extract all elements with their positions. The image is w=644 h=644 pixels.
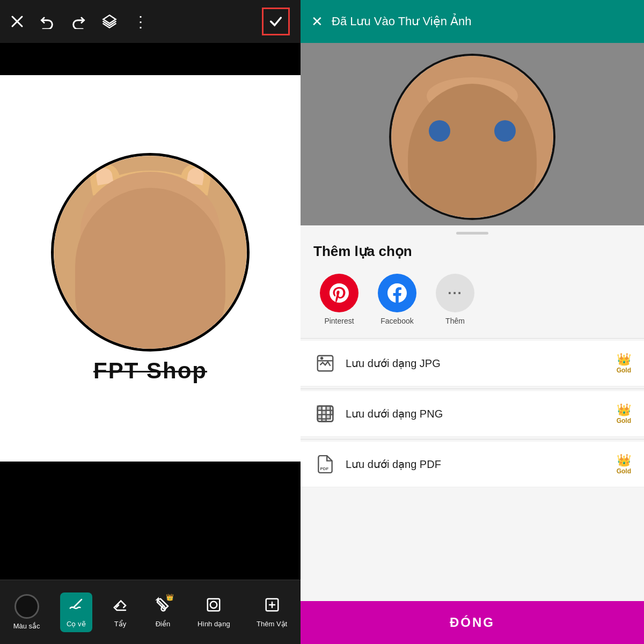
- svg-point-7: [321, 357, 323, 359]
- tool-hinh-dang[interactable]: Hình dạng: [191, 592, 237, 632]
- tool-them-vat-label: Thêm Vật: [257, 620, 287, 628]
- cat-circle: [51, 153, 250, 352]
- share-facebook[interactable]: Facebook: [378, 274, 416, 325]
- svg-point-4: [210, 601, 217, 608]
- cat-face: [54, 156, 247, 349]
- tool-tay[interactable]: Tẩy: [106, 592, 135, 632]
- png-gold-badge: 👑 Gold: [617, 403, 631, 425]
- canvas-text: FPT Shop: [93, 358, 207, 384]
- canvas-area: FPT Shop: [0, 75, 301, 462]
- canvas-top-black: [0, 43, 301, 75]
- svg-text:PDF: PDF: [320, 466, 329, 471]
- facebook-icon: [378, 274, 416, 312]
- more-icon: ···: [436, 274, 474, 312]
- save-png-text: Lưu dưới dạng PNG: [346, 407, 617, 420]
- divider-2: [301, 389, 644, 389]
- divider-1: [301, 338, 644, 339]
- svg-rect-3: [208, 598, 220, 611]
- right-header: ✕ Đã Lưu Vào Thư Viện Ảnh: [301, 0, 644, 43]
- undo-icon[interactable]: [40, 14, 55, 29]
- save-pdf-option[interactable]: PDF Lưu dưới dạng PDF 👑 Gold: [301, 442, 644, 487]
- more-label: Thêm: [445, 317, 465, 325]
- close-icon[interactable]: [11, 15, 24, 28]
- dong-button[interactable]: ĐÓNG: [301, 601, 644, 644]
- dong-label: ĐÓNG: [450, 615, 495, 630]
- tool-co-ve[interactable]: Cọ vẽ: [60, 592, 92, 632]
- tool-mau-sac-label: Màu sắc: [13, 622, 40, 630]
- pinterest-icon: [320, 274, 358, 312]
- save-pdf-text: Lưu dưới dạng PDF: [346, 458, 617, 471]
- png-icon: [313, 402, 337, 426]
- pdf-gold-badge: 👑 Gold: [617, 453, 631, 475]
- svg-rect-11: [322, 411, 326, 415]
- eraser-icon: [112, 597, 128, 617]
- share-pinterest[interactable]: Pinterest: [320, 274, 358, 325]
- pdf-icon: PDF: [313, 452, 337, 476]
- preview-cat-inner: [391, 56, 553, 218]
- fill-icon: 👑: [155, 597, 171, 617]
- cat-body: [75, 188, 225, 349]
- share-more[interactable]: ··· Thêm: [436, 274, 474, 325]
- left-panel: ⋮: [0, 0, 301, 644]
- tool-dien[interactable]: 👑 Điền: [148, 592, 177, 632]
- right-panel: ✕ Đã Lưu Vào Thư Viện Ảnh Thêm lựa chọn …: [301, 0, 644, 644]
- brush-icon: [68, 597, 84, 617]
- svg-rect-6: [318, 356, 333, 371]
- right-close-icon[interactable]: ✕: [311, 13, 323, 30]
- canvas-bottom-black: [0, 462, 301, 580]
- saved-title: Đã Lưu Vào Thư Viện Ảnh: [332, 14, 471, 28]
- left-toolbar: ⋮: [0, 0, 301, 43]
- tool-tay-label: Tẩy: [114, 620, 126, 628]
- redo-icon[interactable]: [71, 14, 86, 29]
- facebook-label: Facebook: [380, 317, 413, 325]
- layers-icon[interactable]: [102, 14, 117, 29]
- share-row: Pinterest Facebook ··· Thêm: [301, 265, 644, 336]
- cat-image: FPT Shop: [38, 140, 263, 397]
- tool-hinh-dang-label: Hình dạng: [197, 620, 230, 628]
- jpg-gold-badge: 👑 Gold: [617, 353, 631, 374]
- tool-co-ve-label: Cọ vẽ: [67, 620, 86, 628]
- pinterest-label: Pinterest: [324, 317, 354, 325]
- save-jpg-text: Lưu dưới dạng JPG: [346, 357, 617, 370]
- preview-cat-circle: [389, 54, 555, 220]
- preview-area: [301, 43, 644, 225]
- pull-bar: [456, 232, 488, 235]
- divider-3: [301, 439, 644, 440]
- tool-them-vat[interactable]: Thêm Vật: [250, 592, 294, 632]
- tool-mau-sac[interactable]: Màu sắc: [7, 590, 47, 634]
- shape-icon: [206, 597, 222, 617]
- more-options-title: Thêm lựa chọn: [301, 238, 644, 265]
- bottom-toolbar: Màu sắc Cọ vẽ Tẩy: [0, 580, 301, 644]
- color-circle: [14, 594, 39, 619]
- add-object-icon: [264, 597, 280, 617]
- confirm-button[interactable]: [262, 8, 290, 35]
- more-options-icon[interactable]: ⋮: [133, 13, 149, 31]
- spacer: [301, 487, 644, 601]
- tool-dien-label: Điền: [156, 620, 171, 628]
- save-jpg-option[interactable]: Lưu dưới dạng JPG 👑 Gold: [301, 341, 644, 386]
- save-png-option[interactable]: Lưu dưới dạng PNG 👑 Gold: [301, 391, 644, 437]
- jpg-icon: [313, 352, 337, 375]
